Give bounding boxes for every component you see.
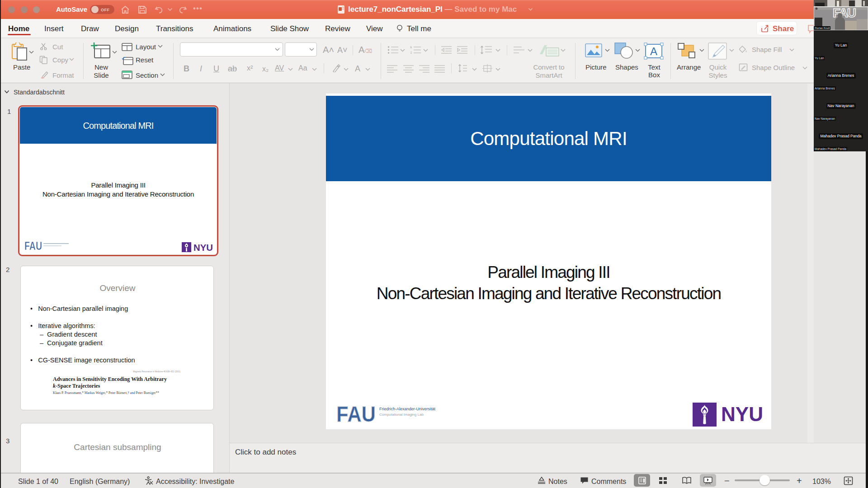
svg-text:NYU: NYU bbox=[193, 244, 213, 251]
svg-text:NYU: NYU bbox=[721, 406, 763, 422]
svg-text:FAU: FAU bbox=[24, 241, 42, 252]
svg-text:FAU: FAU bbox=[336, 404, 376, 423]
svg-text:A: A bbox=[650, 45, 657, 57]
svg-text:FAU: FAU bbox=[833, 7, 856, 20]
